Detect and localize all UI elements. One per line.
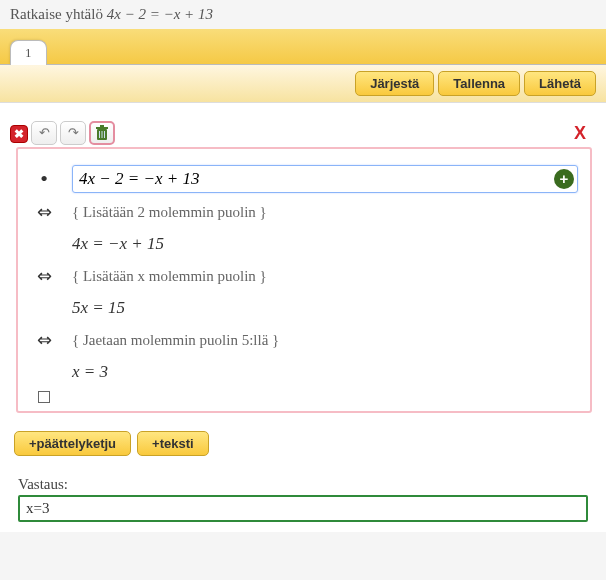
action-row: Järjestä Tallenna Lähetä xyxy=(0,65,606,103)
undo-button[interactable]: ↶ xyxy=(31,121,57,145)
step-row: ⇔ { Lisätään x molemmin puolin } xyxy=(30,263,578,289)
redo-button[interactable]: ↷ xyxy=(60,121,86,145)
step-comment: { Lisätään 2 molemmin puolin } xyxy=(72,204,578,221)
close-icon[interactable]: ✖ xyxy=(10,125,28,143)
iff-icon: ⇔ xyxy=(30,329,58,351)
svg-rect-5 xyxy=(104,131,105,138)
svg-rect-2 xyxy=(100,125,104,127)
mini-toolbar: ✖ ↶ ↷ X xyxy=(14,121,592,145)
step-expression: 4x = −x + 15 xyxy=(72,234,578,254)
bullet-icon: • xyxy=(30,174,58,184)
iff-icon: ⇔ xyxy=(30,265,58,287)
tab-1[interactable]: 1 xyxy=(10,40,47,65)
add-buttons-row: +päättelyketju +teksti xyxy=(14,431,592,456)
step-row: x = 3 xyxy=(30,359,578,385)
step-row: 5x = 15 xyxy=(30,295,578,321)
svg-rect-4 xyxy=(102,131,103,138)
end-marker xyxy=(38,391,50,403)
svg-rect-1 xyxy=(96,127,108,129)
close-panel-button[interactable]: X xyxy=(568,123,592,144)
sort-button[interactable]: Järjestä xyxy=(355,71,434,96)
step-expression: x = 3 xyxy=(72,362,578,382)
derivation-block: • 4x − 2 = −x + 13 + ⇔ { Lisätään 2 mole… xyxy=(16,147,592,413)
step-row: 4x = −x + 15 xyxy=(30,231,578,257)
svg-rect-3 xyxy=(99,131,100,138)
step-row: ⇔ { Jaetaan molemmin puolin 5:llä } xyxy=(30,327,578,353)
save-button[interactable]: Tallenna xyxy=(438,71,520,96)
add-chain-button[interactable]: +päättelyketju xyxy=(14,431,131,456)
step-input-row: • 4x − 2 = −x + 13 + xyxy=(30,165,578,193)
answer-label: Vastaus: xyxy=(18,476,588,493)
step-expression: 5x = 15 xyxy=(72,298,578,318)
add-text-button[interactable]: +teksti xyxy=(137,431,209,456)
tab-bar: 1 xyxy=(0,29,606,65)
iff-icon: ⇔ xyxy=(30,201,58,223)
answer-input[interactable]: x=3 xyxy=(18,495,588,522)
equation-input[interactable]: 4x − 2 = −x + 13 xyxy=(72,165,578,193)
add-step-button[interactable]: + xyxy=(554,169,574,189)
step-comment: { Lisätään x molemmin puolin } xyxy=(72,268,578,285)
redo-icon: ↷ xyxy=(68,125,79,141)
send-button[interactable]: Lähetä xyxy=(524,71,596,96)
undo-icon: ↶ xyxy=(39,125,50,141)
answer-block: Vastaus: x=3 xyxy=(14,476,592,522)
page-title: Ratkaise yhtälö 4x − 2 = −x + 13 xyxy=(0,0,606,29)
workspace: ✖ ↶ ↷ X • 4x − 2 = −x + 13 + ⇔ { xyxy=(0,103,606,532)
step-row: ⇔ { Lisätään 2 molemmin puolin } xyxy=(30,199,578,225)
trash-button[interactable] xyxy=(89,121,115,145)
step-comment: { Jaetaan molemmin puolin 5:llä } xyxy=(72,332,578,349)
trash-icon xyxy=(95,125,109,141)
